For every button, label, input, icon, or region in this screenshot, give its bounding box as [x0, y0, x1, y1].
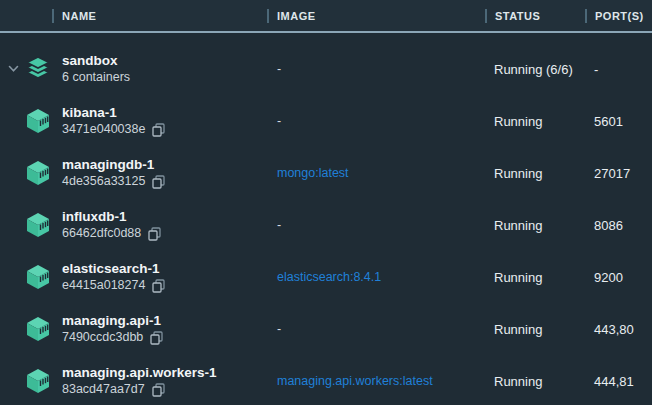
container-id: 3471e040038e [62, 121, 145, 138]
name-cell: kibana-1 3471e040038e [0, 104, 267, 138]
image-link: - [267, 114, 485, 128]
container-id: 7490ccdc3dbb [62, 329, 143, 346]
copy-icon [148, 227, 161, 241]
containers-table: NAME IMAGE STATUS PORT(S) [0, 0, 652, 405]
name-cell: managing.api.workers-1 83acd47aa7d7 [0, 364, 267, 398]
copy-icon [152, 383, 165, 397]
copy-button[interactable] [152, 383, 165, 397]
column-separator [585, 9, 587, 23]
name-cell: managing.api-1 7490ccdc3dbb [0, 312, 267, 346]
column-label: STATUS [495, 10, 540, 22]
ports-text: 8086 [585, 218, 652, 233]
column-header-status: STATUS [485, 9, 585, 23]
name-text: sandbox 6 containers [62, 52, 130, 86]
copy-button[interactable] [152, 175, 165, 189]
name-cell: influxdb-1 66462dfc0d88 [0, 208, 267, 242]
table-row[interactable]: influxdb-1 66462dfc0d88 - Running 8086 [0, 199, 652, 251]
container-name: influxdb-1 [62, 208, 161, 225]
status-text: Running (6/6) [485, 62, 585, 77]
status-text: Running [485, 270, 585, 285]
ports-text: 444,81 [585, 374, 652, 389]
row-icon [26, 160, 50, 186]
image-link: - [267, 218, 485, 232]
table-body: sandbox 6 containers - Running (6/6) - [0, 33, 652, 405]
image-link[interactable]: elasticsearch:8.4.1 [267, 270, 485, 284]
container-cube-icon [26, 108, 50, 134]
container-id: 4de356a33125 [62, 173, 145, 190]
container-id: e4415a018274 [62, 277, 145, 294]
copy-button[interactable] [152, 279, 165, 293]
container-id: 66462dfc0d88 [62, 225, 141, 242]
column-separator [52, 9, 54, 23]
image-link: - [267, 322, 485, 336]
row-icon [26, 108, 50, 134]
column-separator [267, 9, 269, 23]
status-text: Running [485, 374, 585, 389]
container-name: managingdb-1 [62, 156, 165, 173]
container-id: 6 containers [62, 69, 130, 86]
table-row[interactable]: kibana-1 3471e040038e - Running 5601 [0, 95, 652, 147]
column-label: PORT(S) [595, 10, 644, 22]
row-icon [26, 368, 50, 394]
stack-icon [26, 56, 50, 84]
column-header-image: IMAGE [267, 9, 485, 23]
image-link[interactable]: mongo:latest [267, 166, 485, 180]
row-icon [26, 316, 50, 342]
name-text: influxdb-1 66462dfc0d88 [62, 208, 161, 242]
copy-button[interactable] [152, 123, 165, 137]
copy-icon [150, 331, 163, 345]
container-cube-icon [26, 212, 50, 238]
column-label: IMAGE [277, 10, 316, 22]
table-row[interactable]: managing.api-1 7490ccdc3dbb - Running 44… [0, 303, 652, 355]
table-row[interactable]: elasticsearch-1 e4415a018274 elasticsear… [0, 251, 652, 303]
ports-text: 5601 [585, 114, 652, 129]
status-text: Running [485, 166, 585, 181]
expander[interactable] [8, 65, 26, 73]
name-text: managingdb-1 4de356a33125 [62, 156, 165, 190]
copy-icon [152, 175, 165, 189]
container-cube-icon [26, 368, 50, 394]
row-icon [26, 212, 50, 238]
name-cell: elasticsearch-1 e4415a018274 [0, 260, 267, 294]
container-id: 83acd47aa7d7 [62, 381, 145, 398]
ports-text: 443,80 [585, 322, 652, 337]
table-row[interactable]: managingdb-1 4de356a33125 mongo:latest R… [0, 147, 652, 199]
name-text: managing.api-1 7490ccdc3dbb [62, 312, 163, 346]
table-row[interactable]: managing.api.workers-1 83acd47aa7d7 mana… [0, 355, 652, 405]
table-header: NAME IMAGE STATUS PORT(S) [0, 0, 652, 33]
copy-icon [152, 279, 165, 293]
ports-text: 27017 [585, 166, 652, 181]
column-header-ports: PORT(S) [585, 9, 652, 23]
name-text: managing.api.workers-1 83acd47aa7d7 [62, 364, 217, 398]
container-cube-icon [26, 264, 50, 290]
table-row[interactable]: sandbox 6 containers - Running (6/6) - [0, 43, 652, 95]
copy-button[interactable] [148, 227, 161, 241]
name-text: elasticsearch-1 e4415a018274 [62, 260, 165, 294]
container-name: managing.api.workers-1 [62, 364, 217, 381]
name-cell: sandbox 6 containers [0, 52, 267, 86]
container-name: managing.api-1 [62, 312, 163, 329]
status-text: Running [485, 218, 585, 233]
copy-icon [152, 123, 165, 137]
row-icon [26, 264, 50, 290]
container-name: elasticsearch-1 [62, 260, 165, 277]
column-header-name: NAME [0, 9, 267, 23]
ports-text: 9200 [585, 270, 652, 285]
column-label: NAME [62, 10, 96, 22]
container-name: sandbox [62, 52, 130, 69]
container-cube-icon [26, 316, 50, 342]
chevron-down-icon [8, 65, 19, 73]
status-text: Running [485, 114, 585, 129]
column-separator [485, 9, 487, 23]
container-cube-icon [26, 160, 50, 186]
image-link[interactable]: managing.api.workers:latest [267, 374, 485, 388]
status-text: Running [485, 322, 585, 337]
name-text: kibana-1 3471e040038e [62, 104, 165, 138]
image-link: - [267, 62, 485, 76]
ports-text: - [585, 62, 652, 77]
container-name: kibana-1 [62, 104, 165, 121]
row-icon [26, 56, 50, 82]
copy-button[interactable] [150, 331, 163, 345]
name-cell: managingdb-1 4de356a33125 [0, 156, 267, 190]
